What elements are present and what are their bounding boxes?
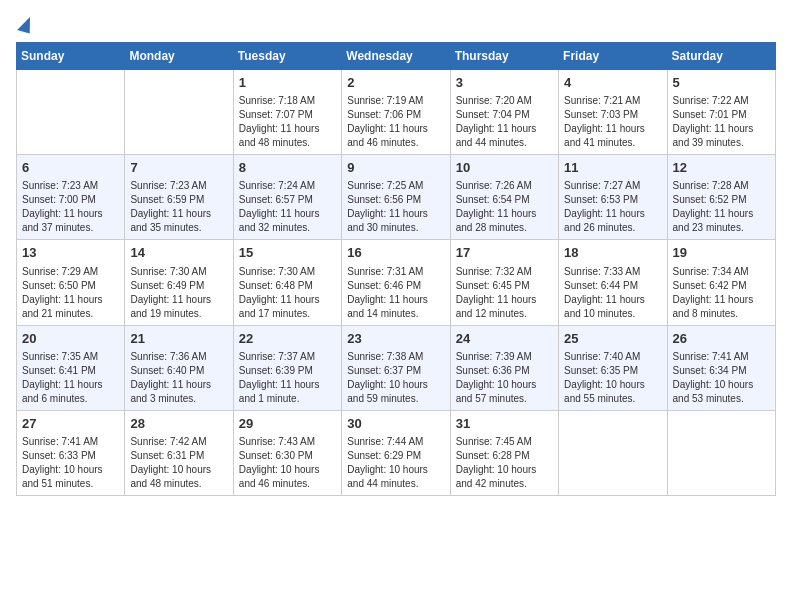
- cell-info-text: Sunrise: 7:42 AM Sunset: 6:31 PM Dayligh…: [130, 435, 227, 491]
- day-header-sunday: Sunday: [17, 43, 125, 70]
- day-number: 19: [673, 244, 770, 262]
- cell-info-text: Sunrise: 7:36 AM Sunset: 6:40 PM Dayligh…: [130, 350, 227, 406]
- calendar-cell: 29Sunrise: 7:43 AM Sunset: 6:30 PM Dayli…: [233, 410, 341, 495]
- day-header-monday: Monday: [125, 43, 233, 70]
- day-number: 21: [130, 330, 227, 348]
- calendar-cell: 9Sunrise: 7:25 AM Sunset: 6:56 PM Daylig…: [342, 155, 450, 240]
- day-number: 23: [347, 330, 444, 348]
- day-number: 15: [239, 244, 336, 262]
- calendar-cell: 7Sunrise: 7:23 AM Sunset: 6:59 PM Daylig…: [125, 155, 233, 240]
- day-header-wednesday: Wednesday: [342, 43, 450, 70]
- cell-info-text: Sunrise: 7:19 AM Sunset: 7:06 PM Dayligh…: [347, 94, 444, 150]
- week-row-4: 20Sunrise: 7:35 AM Sunset: 6:41 PM Dayli…: [17, 325, 776, 410]
- day-number: 16: [347, 244, 444, 262]
- cell-info-text: Sunrise: 7:35 AM Sunset: 6:41 PM Dayligh…: [22, 350, 119, 406]
- day-header-thursday: Thursday: [450, 43, 558, 70]
- page-header: [16, 16, 776, 30]
- calendar-cell: [667, 410, 775, 495]
- day-number: 30: [347, 415, 444, 433]
- calendar-cell: 27Sunrise: 7:41 AM Sunset: 6:33 PM Dayli…: [17, 410, 125, 495]
- day-number: 7: [130, 159, 227, 177]
- calendar-cell: 24Sunrise: 7:39 AM Sunset: 6:36 PM Dayli…: [450, 325, 558, 410]
- day-number: 1: [239, 74, 336, 92]
- day-header-tuesday: Tuesday: [233, 43, 341, 70]
- logo: [16, 16, 32, 30]
- day-number: 4: [564, 74, 661, 92]
- day-number: 9: [347, 159, 444, 177]
- calendar-cell: 15Sunrise: 7:30 AM Sunset: 6:48 PM Dayli…: [233, 240, 341, 325]
- day-number: 24: [456, 330, 553, 348]
- cell-info-text: Sunrise: 7:41 AM Sunset: 6:34 PM Dayligh…: [673, 350, 770, 406]
- cell-info-text: Sunrise: 7:33 AM Sunset: 6:44 PM Dayligh…: [564, 265, 661, 321]
- calendar-cell: 28Sunrise: 7:42 AM Sunset: 6:31 PM Dayli…: [125, 410, 233, 495]
- day-number: 3: [456, 74, 553, 92]
- calendar-cell: 20Sunrise: 7:35 AM Sunset: 6:41 PM Dayli…: [17, 325, 125, 410]
- day-number: 18: [564, 244, 661, 262]
- calendar-cell: 6Sunrise: 7:23 AM Sunset: 7:00 PM Daylig…: [17, 155, 125, 240]
- cell-info-text: Sunrise: 7:23 AM Sunset: 6:59 PM Dayligh…: [130, 179, 227, 235]
- calendar-cell: 18Sunrise: 7:33 AM Sunset: 6:44 PM Dayli…: [559, 240, 667, 325]
- day-number: 11: [564, 159, 661, 177]
- cell-info-text: Sunrise: 7:37 AM Sunset: 6:39 PM Dayligh…: [239, 350, 336, 406]
- calendar-cell: 31Sunrise: 7:45 AM Sunset: 6:28 PM Dayli…: [450, 410, 558, 495]
- week-row-1: 1Sunrise: 7:18 AM Sunset: 7:07 PM Daylig…: [17, 70, 776, 155]
- cell-info-text: Sunrise: 7:34 AM Sunset: 6:42 PM Dayligh…: [673, 265, 770, 321]
- day-number: 8: [239, 159, 336, 177]
- calendar-cell: 13Sunrise: 7:29 AM Sunset: 6:50 PM Dayli…: [17, 240, 125, 325]
- calendar-cell: 4Sunrise: 7:21 AM Sunset: 7:03 PM Daylig…: [559, 70, 667, 155]
- calendar-cell: 22Sunrise: 7:37 AM Sunset: 6:39 PM Dayli…: [233, 325, 341, 410]
- cell-info-text: Sunrise: 7:25 AM Sunset: 6:56 PM Dayligh…: [347, 179, 444, 235]
- cell-info-text: Sunrise: 7:39 AM Sunset: 6:36 PM Dayligh…: [456, 350, 553, 406]
- calendar-cell: [559, 410, 667, 495]
- calendar-cell: 8Sunrise: 7:24 AM Sunset: 6:57 PM Daylig…: [233, 155, 341, 240]
- week-row-2: 6Sunrise: 7:23 AM Sunset: 7:00 PM Daylig…: [17, 155, 776, 240]
- cell-info-text: Sunrise: 7:30 AM Sunset: 6:49 PM Dayligh…: [130, 265, 227, 321]
- calendar-cell: 5Sunrise: 7:22 AM Sunset: 7:01 PM Daylig…: [667, 70, 775, 155]
- calendar-cell: 3Sunrise: 7:20 AM Sunset: 7:04 PM Daylig…: [450, 70, 558, 155]
- day-number: 6: [22, 159, 119, 177]
- calendar-cell: 25Sunrise: 7:40 AM Sunset: 6:35 PM Dayli…: [559, 325, 667, 410]
- cell-info-text: Sunrise: 7:45 AM Sunset: 6:28 PM Dayligh…: [456, 435, 553, 491]
- calendar-cell: [125, 70, 233, 155]
- calendar-cell: 11Sunrise: 7:27 AM Sunset: 6:53 PM Dayli…: [559, 155, 667, 240]
- day-number: 25: [564, 330, 661, 348]
- day-number: 17: [456, 244, 553, 262]
- week-row-3: 13Sunrise: 7:29 AM Sunset: 6:50 PM Dayli…: [17, 240, 776, 325]
- day-number: 27: [22, 415, 119, 433]
- calendar-cell: 17Sunrise: 7:32 AM Sunset: 6:45 PM Dayli…: [450, 240, 558, 325]
- calendar-cell: [17, 70, 125, 155]
- calendar-cell: 2Sunrise: 7:19 AM Sunset: 7:06 PM Daylig…: [342, 70, 450, 155]
- cell-info-text: Sunrise: 7:20 AM Sunset: 7:04 PM Dayligh…: [456, 94, 553, 150]
- cell-info-text: Sunrise: 7:31 AM Sunset: 6:46 PM Dayligh…: [347, 265, 444, 321]
- day-number: 10: [456, 159, 553, 177]
- day-number: 31: [456, 415, 553, 433]
- calendar-cell: 23Sunrise: 7:38 AM Sunset: 6:37 PM Dayli…: [342, 325, 450, 410]
- day-number: 5: [673, 74, 770, 92]
- calendar-cell: 30Sunrise: 7:44 AM Sunset: 6:29 PM Dayli…: [342, 410, 450, 495]
- day-number: 14: [130, 244, 227, 262]
- cell-info-text: Sunrise: 7:22 AM Sunset: 7:01 PM Dayligh…: [673, 94, 770, 150]
- cell-info-text: Sunrise: 7:41 AM Sunset: 6:33 PM Dayligh…: [22, 435, 119, 491]
- calendar-cell: 26Sunrise: 7:41 AM Sunset: 6:34 PM Dayli…: [667, 325, 775, 410]
- cell-info-text: Sunrise: 7:21 AM Sunset: 7:03 PM Dayligh…: [564, 94, 661, 150]
- calendar-cell: 12Sunrise: 7:28 AM Sunset: 6:52 PM Dayli…: [667, 155, 775, 240]
- calendar-cell: 19Sunrise: 7:34 AM Sunset: 6:42 PM Dayli…: [667, 240, 775, 325]
- day-number: 2: [347, 74, 444, 92]
- calendar-cell: 10Sunrise: 7:26 AM Sunset: 6:54 PM Dayli…: [450, 155, 558, 240]
- cell-info-text: Sunrise: 7:27 AM Sunset: 6:53 PM Dayligh…: [564, 179, 661, 235]
- calendar-cell: 21Sunrise: 7:36 AM Sunset: 6:40 PM Dayli…: [125, 325, 233, 410]
- day-number: 29: [239, 415, 336, 433]
- day-number: 12: [673, 159, 770, 177]
- cell-info-text: Sunrise: 7:28 AM Sunset: 6:52 PM Dayligh…: [673, 179, 770, 235]
- cell-info-text: Sunrise: 7:38 AM Sunset: 6:37 PM Dayligh…: [347, 350, 444, 406]
- cell-info-text: Sunrise: 7:23 AM Sunset: 7:00 PM Dayligh…: [22, 179, 119, 235]
- calendar-table: SundayMondayTuesdayWednesdayThursdayFrid…: [16, 42, 776, 496]
- day-header-friday: Friday: [559, 43, 667, 70]
- calendar-cell: 14Sunrise: 7:30 AM Sunset: 6:49 PM Dayli…: [125, 240, 233, 325]
- day-number: 20: [22, 330, 119, 348]
- cell-info-text: Sunrise: 7:43 AM Sunset: 6:30 PM Dayligh…: [239, 435, 336, 491]
- day-number: 13: [22, 244, 119, 262]
- day-number: 22: [239, 330, 336, 348]
- cell-info-text: Sunrise: 7:29 AM Sunset: 6:50 PM Dayligh…: [22, 265, 119, 321]
- cell-info-text: Sunrise: 7:40 AM Sunset: 6:35 PM Dayligh…: [564, 350, 661, 406]
